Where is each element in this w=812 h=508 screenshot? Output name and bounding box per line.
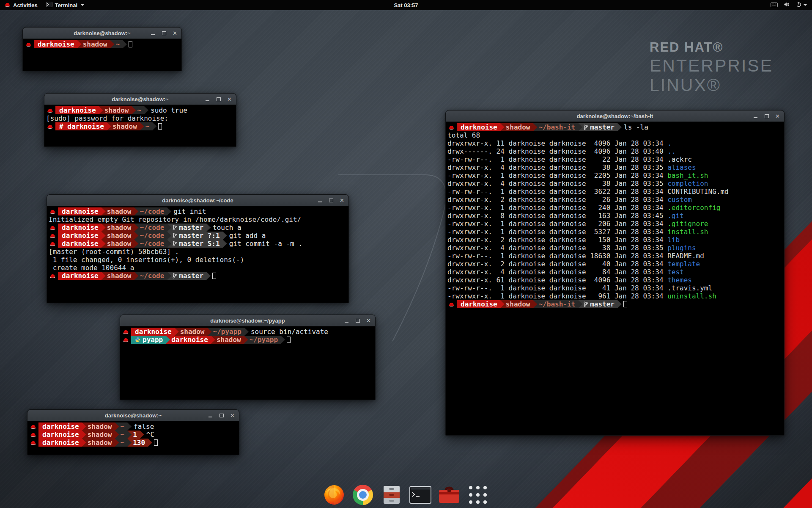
command-text: git add a [223,232,266,240]
prompt-segment-path: ~/bash-it [533,300,583,308]
output-text: Initialized empty Git repository in /hom… [49,215,301,224]
output-text: create mode 100644 a [49,264,134,272]
terminal-window-sudo: darknoise@shadow:~✕darknoiseshadow~sudo … [44,93,236,147]
activities-button[interactable]: Activities [0,0,42,10]
terminal-window-pyapp: darknoise@shadow:~/pyapp✕darknoiseshadow… [120,315,376,400]
titlebar[interactable]: darknoise@shadow:~✕ [27,410,239,421]
prompt-line: darknoiseshadow~false [29,422,237,431]
output-text: template [667,260,700,268]
terminal-content[interactable]: darknoiseshadow~/pyappsource bin/activat… [120,326,375,400]
output-text: -rwxrwxr-x. 1 darknoise darknoise 240 Ja… [447,204,667,212]
output-text: .ackrc [667,155,692,163]
terminal-content[interactable]: darknoiseshadow~/bash-itmasterls -latota… [446,122,784,436]
dock-files-icon[interactable] [380,483,403,507]
titlebar[interactable]: darknoise@shadow:~/bash-it✕ [446,110,784,122]
output-line: -rwxrwxr-x. 1 darknoise darknoise 2205 J… [447,171,782,179]
output-text: -rw-rw-r--. 1 darknoise darknoise 3622 J… [447,188,667,196]
redhat-icon [4,2,11,8]
maximize-button[interactable] [328,197,334,203]
prompt-segment-git: master [167,224,211,232]
prompt-segment-host: shadow [102,232,139,240]
minimize-button[interactable] [317,197,323,203]
maximize-button[interactable] [161,30,167,36]
dock-terminal-icon[interactable] [409,483,432,507]
terminal-cursor [287,337,291,343]
output-line: [sudo] password for darknoise: [46,114,234,122]
terminal-content[interactable]: darknoiseshadow~ [23,39,181,71]
window-controls: ✕ [317,195,345,206]
minimize-button[interactable] [753,113,758,119]
terminal-content[interactable]: darknoiseshadow~falsedarknoiseshadow~1^C… [27,421,239,455]
clock[interactable]: Sat 03:57 [394,0,418,10]
prompt-segment-host: shadow [107,122,144,130]
close-button[interactable]: ✕ [775,113,780,119]
prompt-segment-user: darknoise [131,328,179,336]
titlebar[interactable]: darknoise@shadow:~/pyapp✕ [120,315,375,326]
output-text: drwxrwxr-x. 61 darknoise darknoise 4096 … [447,276,667,284]
brand-redhat: RED HAT® [650,41,773,55]
titlebar[interactable]: darknoise@shadow:~/code✕ [47,195,348,206]
close-button[interactable]: ✕ [227,96,232,102]
minimize-button[interactable] [205,96,210,102]
terminal-cursor [212,273,216,279]
window-controls: ✕ [205,94,232,105]
power-menu[interactable] [796,2,807,8]
output-text: drwxrwxr-x. 4 darknoise darknoise 84 Jan… [447,268,667,276]
minimize-button[interactable] [150,30,156,36]
close-button[interactable]: ✕ [230,412,235,418]
output-line: drwxrwxr-x. 2 darknoise darknoise 26 Jan… [447,196,782,204]
output-text: .editorconfig [667,204,720,212]
prompt-line: darknoiseshadow~/codegit init [49,207,347,215]
close-button[interactable]: ✕ [172,30,178,36]
output-text: .gitignore [667,220,708,228]
maximize-button[interactable] [355,318,360,323]
redhat-icon [30,424,36,429]
window-controls: ✕ [344,315,371,326]
minimize-button[interactable] [344,318,349,323]
titlebar[interactable]: darknoise@shadow:~✕ [23,28,181,39]
top-bar: Activities Terminal Sat 03:57 [0,0,812,10]
titlebar[interactable]: darknoise@shadow:~✕ [44,94,236,105]
output-text: -rwxrwxr-x. 1 darknoise darknoise 5327 J… [447,228,667,236]
dock-toolbox-icon[interactable] [437,483,461,507]
window-title: darknoise@shadow:~/pyapp [210,318,285,324]
command-text: git commit -a -m . [223,240,302,248]
terminal-cursor [623,301,627,307]
prompt-segment-host: shadow [500,300,538,308]
maximize-button[interactable] [764,113,769,119]
prompt-line: darknoiseshadow~/pyappsource bin/activat… [122,328,373,336]
output-line: drwxrwxr-x. 4 darknoise darknoise 84 Jan… [447,268,782,276]
terminal-content[interactable]: darknoiseshadow~sudo true[sudo] password… [44,105,236,147]
prompt-line: pyappdarknoiseshadow~/pyapp [122,336,373,344]
redhat-icon [123,329,129,334]
dock-firefox-icon[interactable] [322,483,346,507]
prompt-segment-user: darknoise [58,240,106,248]
prompt-segment-git: master [578,123,622,131]
prompt-line: darknoiseshadow~130 [29,439,237,447]
output-line: drwxrwxr-x. 4 darknoise darknoise 38 Jan… [447,244,782,252]
output-line: -rw-rw-r--. 1 darknoise darknoise 41 Jan… [447,284,782,292]
prompt-line: darknoiseshadow~sudo true [46,106,234,114]
redhat-icon [49,233,56,238]
keyboard-icon[interactable] [771,2,778,8]
output-line: -rwxrwxr-x. 1 darknoise darknoise 5327 J… [447,228,782,236]
redhat-icon [49,273,56,279]
prompt-line: darknoiseshadow~/codemastertouch a [49,224,347,232]
terminal-content[interactable]: darknoiseshadow~/codegit initInitialized… [47,206,348,303]
close-button[interactable]: ✕ [366,318,371,323]
prompt-segment-host: shadow [175,328,212,336]
system-status-area[interactable] [771,0,812,10]
prompt-segment-user: darknoise [457,123,505,131]
volume-icon[interactable] [784,2,790,8]
maximize-button[interactable] [216,96,221,102]
prompt-segment-git: master ?:1 [167,232,227,240]
close-button[interactable]: ✕ [339,197,345,203]
dock-app-grid-icon[interactable] [466,483,490,507]
minimize-button[interactable] [208,412,213,418]
redhat-icon [47,108,53,113]
maximize-button[interactable] [219,412,224,418]
dock-chrome-icon[interactable] [351,483,375,507]
prompt-segment-user: darknoise [166,336,215,344]
app-menu[interactable]: Terminal [42,0,88,10]
redhat-icon [30,432,36,437]
